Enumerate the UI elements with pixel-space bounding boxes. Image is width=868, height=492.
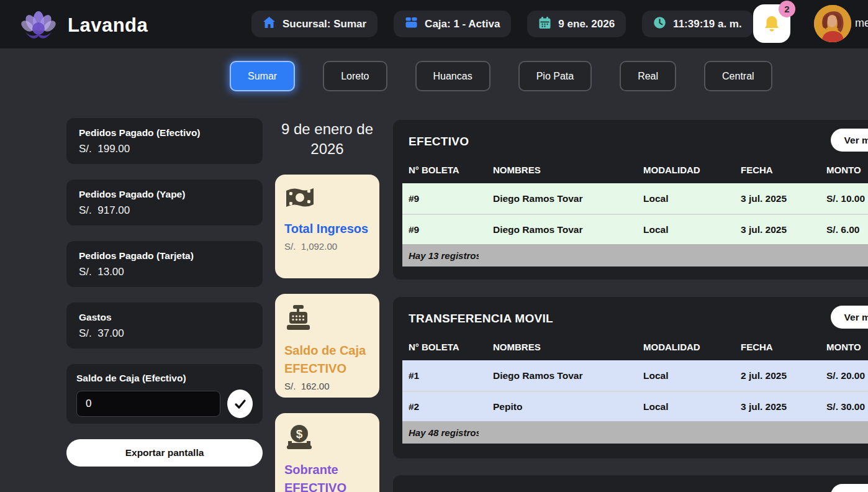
table-title: TRANSFERENCIA MOVIL [393, 297, 868, 334]
table-cell: 3 jul. 2025 [735, 401, 820, 412]
header-pill-label: Caja: 1 - Activa [425, 18, 500, 30]
tab-huancas[interactable]: Huancas [415, 61, 491, 91]
banknote-icon [284, 184, 370, 213]
user-avatar[interactable] [814, 5, 851, 42]
column-header: MODALIDAD [637, 342, 735, 352]
user-name-label: me [855, 17, 868, 30]
svg-text:$: $ [296, 427, 303, 440]
header-pill-register[interactable]: Caja: 1 - Activa [394, 11, 511, 37]
stat-title: Pedidos Pagado (Tarjeta) [79, 250, 250, 262]
bell-icon [763, 15, 780, 34]
table-header-row: N° BOLETANOMBRESMODALIDADFECHAMONTO [402, 157, 868, 183]
stat-title: Pedidos Pagado (Yape) [79, 189, 250, 200]
summary-card-title: Saldo de Caja EFECTIVO [284, 342, 370, 378]
app-title: Lavanda [68, 14, 148, 37]
stat-card: GastosS/. 37.00 [66, 303, 263, 348]
saldo-caja-card: Saldo de Caja (Efectivo) [66, 364, 263, 424]
date-heading: 9 de enero de 2026 [275, 119, 379, 160]
header-pill-label: 9 ene. 2026 [558, 18, 615, 30]
table-cell: Local [637, 193, 735, 204]
confirm-saldo-button[interactable] [227, 390, 253, 418]
table-cell: S/. 10.00 [820, 193, 868, 204]
summary-column: 9 de enero de 2026 Total IngresosS/. 1,0… [275, 119, 379, 492]
table-cell: 3 jul. 2025 [735, 193, 820, 204]
calendar-icon [538, 16, 551, 32]
table-cell: #9 [402, 193, 487, 204]
stat-value: S/. 917.00 [79, 204, 250, 217]
header-pill-label: 11:39:19 a. m. [673, 18, 742, 30]
stat-title: Gastos [79, 312, 250, 323]
record-count-label: Hay 13 registros [409, 250, 479, 261]
export-screen-button[interactable]: Exportar pantalla [66, 439, 263, 467]
table-footer: Hay 48 registros [402, 421, 868, 444]
summary-card-1: Saldo de Caja EFECTIVOS/. 162.00 [275, 294, 379, 398]
table-cell: #9 [402, 224, 487, 235]
ver-mas-button[interactable]: Ver más [831, 306, 868, 329]
notifications-button[interactable]: 2 [753, 4, 790, 43]
saldo-caja-input[interactable] [76, 391, 220, 417]
table-row[interactable]: #2PepitoLocal3 jul. 2025S/. 30.00 [402, 391, 868, 421]
column-header: N° BOLETA [402, 342, 487, 352]
stat-title: Pedidos Pagado (Efectivo) [79, 127, 250, 139]
table-card-partial: Ver más [393, 475, 868, 492]
table-header-row: N° BOLETANOMBRESMODALIDADFECHAMONTO [402, 334, 868, 360]
record-count-label: Hay 48 registros [409, 427, 479, 438]
table-card-efectivo: EFECTIVOVer másN° BOLETANOMBRESMODALIDAD… [393, 120, 868, 280]
saldo-caja-label: Saldo de Caja (Efectivo) [76, 373, 253, 384]
stat-value: S/. 199.00 [79, 143, 250, 155]
stat-card: Pedidos Pagado (Tarjeta)S/. 13.00 [66, 241, 263, 287]
header-pill-home[interactable]: Sucursal: Sumar [251, 11, 377, 37]
table-title: EFECTIVO [393, 120, 868, 157]
column-header: MONTO [820, 342, 868, 352]
ver-mas-button[interactable]: Ver más [831, 129, 868, 152]
column-header: FECHA [735, 342, 820, 352]
column-header: NOMBRES [487, 165, 637, 175]
ver-mas-button[interactable]: Ver más [831, 484, 868, 492]
table-cell: S/. 20.00 [820, 370, 868, 381]
clock-icon [653, 16, 666, 32]
check-icon [233, 397, 247, 411]
table-title [393, 475, 868, 492]
table-cell: #2 [402, 401, 487, 412]
header-pill-label: Sucursal: Sumar [283, 18, 366, 30]
lavanda-flower-logo-icon [20, 6, 57, 45]
table-footer: Hay 13 registros [402, 244, 868, 266]
column-header: MODALIDAD [637, 165, 735, 175]
summary-card-title: Sobrante EFECTIVO [284, 461, 370, 492]
table-cell: 2 jul. 2025 [735, 370, 820, 381]
table-cell: Pepito [487, 401, 637, 412]
app-header: Lavanda Sucursal: SumarCaja: 1 - Activa9… [0, 0, 868, 48]
logo-wrap: Lavanda [20, 6, 148, 45]
table-row[interactable]: #9Diego Ramos TovarLocal3 jul. 2025S/. 1… [402, 183, 868, 214]
stats-column: Pedidos Pagado (Efectivo)S/. 199.00Pedid… [66, 118, 263, 467]
table-cell: 3 jul. 2025 [735, 224, 820, 235]
home-icon [263, 16, 276, 32]
tab-pio-pata[interactable]: Pio Pata [518, 61, 592, 91]
table-cell: Diego Ramos Tovar [487, 370, 637, 381]
notification-count-badge: 2 [779, 1, 795, 17]
branch-tabs: SumarLoretoHuancasPio PataRealCentral [230, 61, 772, 91]
tab-loreto[interactable]: Loreto [323, 61, 387, 91]
table-cell: S/. 6.00 [820, 224, 868, 235]
stat-card: Pedidos Pagado (Efectivo)S/. 199.00 [66, 118, 263, 164]
summary-card-0: Total IngresosS/. 1,092.00 [275, 175, 379, 278]
header-pill-calendar[interactable]: 9 ene. 2026 [527, 11, 626, 37]
column-header: MONTO [820, 165, 868, 175]
coin-deposit-icon: $ [284, 423, 370, 454]
tab-central[interactable]: Central [704, 61, 772, 91]
header-pill-clock[interactable]: 11:39:19 a. m. [642, 11, 753, 37]
table-cell: Diego Ramos Tovar [487, 193, 637, 204]
table-cell: Local [637, 370, 735, 381]
summary-card-amount: S/. 162.00 [284, 381, 370, 391]
stat-value: S/. 37.00 [79, 327, 250, 340]
header-nav: Sucursal: SumarCaja: 1 - Activa9 ene. 20… [251, 11, 753, 37]
table-row[interactable]: #9Diego Ramos TovarLocal3 jul. 2025S/. 6… [402, 214, 868, 244]
tab-real[interactable]: Real [620, 61, 676, 91]
table-cell: S/. 30.00 [820, 401, 868, 412]
summary-card-2: $Sobrante EFECTIVO [275, 413, 379, 492]
column-header: FECHA [735, 165, 820, 175]
stat-value: S/. 13.00 [79, 266, 250, 278]
tab-sumar[interactable]: Sumar [230, 61, 295, 91]
table-row[interactable]: #1Diego Ramos TovarLocal2 jul. 2025S/. 2… [402, 360, 868, 391]
table-cell: Diego Ramos Tovar [487, 224, 637, 235]
